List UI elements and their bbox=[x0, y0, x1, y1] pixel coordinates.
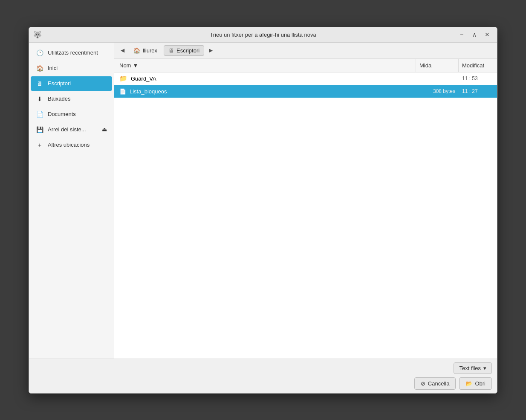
sidebar-item-downloads[interactable]: ⬇ Baixades bbox=[31, 92, 112, 106]
titlebar: 🐺 Trieu un fitxer per a afegir-hi una ll… bbox=[29, 27, 497, 43]
eject-icon[interactable]: ⏏ bbox=[102, 126, 107, 133]
sidebar-item-desktop[interactable]: 🖥 Escriptori bbox=[31, 76, 112, 91]
sidebar-item-home[interactable]: 🏠 Inici bbox=[31, 61, 112, 75]
desktop-icon: 🖥 bbox=[36, 80, 43, 87]
nav-back-button[interactable]: ◀ bbox=[118, 46, 127, 55]
text-file-icon: 📄 bbox=[119, 88, 126, 95]
nav-location-lliurex-label: lliurex bbox=[143, 47, 157, 54]
cancel-label: Cancella bbox=[428, 380, 450, 387]
nav-bar: ◀ 🏠 lliurex 🖥 Escriptori ▶ bbox=[114, 43, 497, 59]
clock-icon: 🕐 bbox=[36, 49, 43, 57]
file-row-guard-va[interactable]: 📁 Guard_VA 11 : 53 bbox=[114, 72, 497, 85]
root-left-part: 💾 Arrel del siste... bbox=[36, 126, 86, 133]
file-modified-lista-bloqueos: 11 : 27 bbox=[459, 88, 497, 94]
sidebar-item-documents[interactable]: 📄 Documents bbox=[31, 107, 112, 122]
filter-label: Text files bbox=[459, 365, 481, 371]
filter-row: Text files ▾ bbox=[34, 362, 492, 374]
sidebar-item-root[interactable]: 💾 Arrel del siste... ⏏ bbox=[31, 122, 112, 137]
home-icon: 🏠 bbox=[36, 64, 43, 72]
file-label-lista-bloqueos: Lista_bloqueos bbox=[130, 88, 167, 95]
col-header-name[interactable]: Nom ▼ bbox=[114, 59, 416, 72]
open-label: Obri bbox=[475, 380, 486, 387]
nav-forward-button[interactable]: ▶ bbox=[206, 46, 215, 55]
file-chooser-dialog: 🐺 Trieu un fitxer per a afegir-hi una ll… bbox=[29, 27, 497, 394]
window-controls: − ∧ ✕ bbox=[456, 30, 493, 39]
sidebar-item-recent[interactable]: 🕐 Utilitzats recentment bbox=[31, 46, 112, 60]
file-name-guard-va: 📁 Guard_VA bbox=[114, 75, 416, 82]
file-name-lista-bloqueos: 📄 Lista_bloqueos bbox=[114, 88, 416, 95]
dialog-title: Trieu un fitxer per a afegir-hi una llis… bbox=[210, 32, 316, 38]
document-icon: 📄 bbox=[36, 110, 43, 118]
close-button[interactable]: ✕ bbox=[482, 30, 493, 39]
sidebar-label-downloads: Baixades bbox=[48, 96, 70, 102]
download-icon: ⬇ bbox=[36, 95, 43, 103]
minimize-button[interactable]: − bbox=[456, 30, 467, 39]
file-size-lista-bloqueos: 308 bytes bbox=[416, 88, 459, 94]
file-label-guard-va: Guard_VA bbox=[131, 75, 156, 82]
open-button[interactable]: 📂 Obri bbox=[459, 377, 492, 390]
sidebar-label-recent: Utilitzats recentment bbox=[48, 49, 98, 56]
cancel-icon: ⊘ bbox=[421, 380, 425, 387]
file-list: 📁 Guard_VA 11 : 53 📄 Lista_bloqueos 308 … bbox=[114, 72, 497, 359]
column-headers: Nom ▼ Mida Modificat bbox=[114, 59, 497, 72]
sidebar-label-other: Altres ubicacions bbox=[48, 142, 90, 148]
cancel-button[interactable]: ⊘ Cancella bbox=[414, 377, 456, 390]
sidebar: 🕐 Utilitzats recentment 🏠 Inici 🖥 Escrip… bbox=[29, 43, 114, 359]
main-content: 🕐 Utilitzats recentment 🏠 Inici 🖥 Escrip… bbox=[29, 43, 497, 359]
nav-location-escriptori-label: Escriptori bbox=[176, 47, 199, 54]
open-icon: 📂 bbox=[465, 380, 472, 387]
drive-icon: 💾 bbox=[36, 126, 43, 133]
nav-location-escriptori[interactable]: 🖥 Escriptori bbox=[164, 45, 204, 56]
action-row: ⊘ Cancella 📂 Obri bbox=[34, 377, 492, 390]
nav-location-lliurex[interactable]: 🏠 lliurex bbox=[129, 45, 162, 56]
col-header-size[interactable]: Mida bbox=[416, 59, 459, 72]
folder-icon: 📁 bbox=[119, 75, 127, 82]
sidebar-label-root: Arrel del siste... bbox=[48, 126, 86, 133]
sidebar-label-home: Inici bbox=[48, 65, 58, 71]
sort-arrow-icon: ▼ bbox=[133, 62, 138, 69]
col-header-modified[interactable]: Modificat bbox=[459, 59, 497, 72]
desktop-nav-icon: 🖥 bbox=[168, 47, 174, 54]
filter-dropdown-icon: ▾ bbox=[483, 365, 486, 371]
app-icon: 🐺 bbox=[33, 30, 42, 39]
sidebar-label-desktop: Escriptori bbox=[48, 80, 71, 87]
sidebar-item-other[interactable]: + Altres ubicacions bbox=[31, 138, 112, 152]
bottom-bar: Text files ▾ ⊘ Cancella 📂 Obri bbox=[29, 359, 497, 393]
home-nav-icon: 🏠 bbox=[133, 47, 140, 54]
maximize-button[interactable]: ∧ bbox=[469, 30, 480, 39]
file-modified-guard-va: 11 : 53 bbox=[459, 75, 497, 81]
plus-icon: + bbox=[36, 141, 43, 149]
file-filter-button[interactable]: Text files ▾ bbox=[454, 362, 492, 374]
file-area: ◀ 🏠 lliurex 🖥 Escriptori ▶ Nom ▼ Mi bbox=[114, 43, 497, 359]
file-row-lista-bloqueos[interactable]: 📄 Lista_bloqueos 308 bytes 11 : 27 bbox=[114, 85, 497, 98]
sidebar-label-documents: Documents bbox=[48, 111, 76, 117]
